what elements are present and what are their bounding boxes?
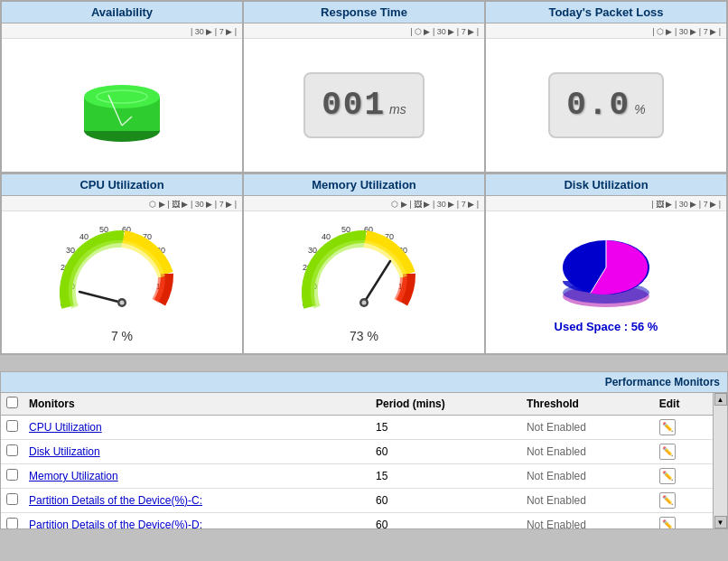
memory-util-subbar[interactable]: ⬡ ▶ | 🖼 ▶ | 30 ▶ | 7 ▶ |: [244, 196, 484, 211]
svg-point-33: [362, 301, 367, 305]
monitor-link-1[interactable]: Disk Utilization: [29, 445, 100, 458]
monitor-link-2[interactable]: Memory Utilization: [29, 470, 118, 482]
response-time-unit: ms: [389, 102, 406, 117]
svg-text:40: 40: [79, 232, 89, 241]
monitor-link-4[interactable]: Partition Details of the Device(%)-D:: [29, 519, 202, 528]
row-checkbox-4[interactable]: [6, 518, 18, 528]
svg-point-19: [120, 301, 125, 305]
period-cell-4: 60: [370, 513, 521, 529]
svg-text:40: 40: [322, 232, 331, 241]
row-checkbox-1[interactable]: [6, 444, 18, 456]
table-row: Partition Details of the Device(%)-C: 60…: [1, 489, 713, 513]
cpu-util-subbar[interactable]: ⬡ ▶ | 🖼 ▶ | 30 ▶ | 7 ▶ |: [2, 196, 242, 211]
memory-gauge-svg: 0 10 20 30 40 50 60 70 80 90 100: [292, 221, 436, 325]
perf-table: Monitors Period (mins) Threshold Edit CP…: [1, 393, 713, 528]
monitor-link-0[interactable]: CPU Utilization: [29, 421, 102, 434]
period-cell-1: 60: [370, 440, 521, 464]
memory-util-header: Memory Utilization: [244, 174, 484, 196]
cpu-gauge-svg: 0 10 20 30 40 50 60 70 80 90 100: [50, 221, 194, 325]
edit-icon-4[interactable]: ✏️: [659, 517, 676, 528]
cpu-util-content: 0 10 20 30 40 50 60 70 80 90 100: [41, 211, 203, 353]
disk-util-header: Disk Utilization: [486, 174, 726, 196]
perf-monitors-header: Performance Monitors: [1, 372, 727, 393]
svg-point-2: [84, 85, 160, 108]
table-row: Memory Utilization 15 Not Enabled ✏️: [1, 464, 713, 489]
row-checkbox-0[interactable]: [6, 420, 18, 432]
edit-icon-3[interactable]: ✏️: [659, 492, 676, 509]
cpu-gauge-wrapper: 0 10 20 30 40 50 60 70 80 90 100: [50, 221, 194, 343]
response-time-header: Response Time: [244, 2, 484, 23]
packet-loss-panel: Today's Packet Loss | ⬡ ▶ | 30 ▶ | 7 ▶ |…: [485, 1, 727, 173]
section-gap: [0, 355, 728, 371]
cpu-gauge-label: 7 %: [111, 329, 133, 343]
packet-loss-subbar[interactable]: | ⬡ ▶ | 30 ▶ | 7 ▶ |: [486, 23, 726, 39]
edit-icon-1[interactable]: ✏️: [659, 444, 676, 460]
table-row: Partition Details of the Device(%)-D: 60…: [1, 513, 713, 529]
response-time-display: 001 ms: [303, 72, 424, 138]
period-cell-2: 15: [370, 464, 521, 489]
response-time-value: 001: [322, 87, 386, 124]
perf-table-container: Monitors Period (mins) Threshold Edit CP…: [1, 393, 727, 528]
select-all-checkbox[interactable]: [6, 397, 18, 408]
col-monitors: Monitors: [23, 393, 370, 416]
packet-loss-value: 0.0: [566, 87, 630, 124]
memory-util-content: 0 10 20 30 40 50 60 70 80 90 100: [283, 211, 445, 353]
svg-line-17: [79, 292, 122, 303]
col-checkbox: [1, 393, 23, 416]
col-threshold: Threshold: [521, 393, 654, 416]
response-time-panel: Response Time | ⬡ ▶ | 30 ▶ | 7 ▶ | 001 m…: [243, 1, 485, 173]
monitor-link-3[interactable]: Partition Details of the Device(%)-C:: [29, 494, 202, 507]
disk-util-subbar[interactable]: | 🖼 ▶ | 30 ▶ | 7 ▶ |: [486, 196, 726, 211]
memory-gauge-wrapper: 0 10 20 30 40 50 60 70 80 90 100: [292, 221, 436, 343]
threshold-cell-4: Not Enabled: [521, 513, 654, 529]
table-row: CPU Utilization 15 Not Enabled ✏️: [1, 416, 713, 440]
row-checkbox-2[interactable]: [6, 469, 18, 481]
disk-utilization-panel: Disk Utilization | 🖼 ▶ | 30 ▶ | 7 ▶ |: [485, 173, 727, 354]
threshold-cell-1: Not Enabled: [521, 440, 654, 464]
period-cell-0: 15: [370, 416, 521, 440]
period-cell-3: 60: [370, 489, 521, 513]
threshold-cell-2: Not Enabled: [521, 464, 654, 489]
col-period: Period (mins): [370, 393, 521, 416]
packet-loss-header: Today's Packet Loss: [486, 2, 726, 23]
disk-util-content: Used Space : 56 %: [543, 211, 669, 353]
disk-pie-container: Used Space : 56 %: [552, 231, 660, 333]
edit-icon-0[interactable]: ✏️: [659, 419, 676, 435]
threshold-cell-3: Not Enabled: [521, 489, 654, 513]
svg-line-31: [364, 261, 390, 303]
memory-utilization-panel: Memory Utilization ⬡ ▶ | 🖼 ▶ | 30 ▶ | 7 …: [243, 173, 485, 354]
cpu-utilization-panel: CPU Utilization ⬡ ▶ | 🖼 ▶ | 30 ▶ | 7 ▶ |…: [1, 173, 243, 354]
table-row: Disk Utilization 60 Not Enabled ✏️: [1, 440, 713, 464]
packet-loss-unit: %: [634, 102, 645, 117]
response-time-subbar[interactable]: | ⬡ ▶ | 30 ▶ | 7 ▶ |: [244, 23, 484, 39]
availability-subbar[interactable]: | 30 ▶ | 7 ▶ |: [2, 23, 242, 39]
disk-pie-svg: [552, 231, 660, 313]
row-checkbox-3[interactable]: [6, 493, 18, 505]
col-edit: Edit: [654, 393, 713, 416]
availability-panel: Availability | 30 ▶ | 7 ▶ |: [1, 1, 243, 173]
availability-header: Availability: [2, 2, 242, 23]
response-time-content: 001 ms: [294, 39, 433, 172]
memory-gauge-label: 73 %: [350, 329, 378, 343]
packet-loss-display: 0.0 %: [548, 72, 663, 138]
scroll-up-btn[interactable]: ▲: [714, 393, 727, 406]
scroll-down-btn[interactable]: ▼: [714, 516, 727, 528]
cpu-util-header: CPU Utilization: [2, 174, 242, 196]
availability-content: [63, 39, 181, 172]
edit-icon-2[interactable]: ✏️: [659, 468, 676, 484]
perf-monitors-section: Performance Monitors Monitors Period (mi…: [0, 371, 728, 529]
perf-table-scroll: Monitors Period (mins) Threshold Edit CP…: [1, 393, 713, 528]
availability-disc: [72, 70, 172, 142]
threshold-cell-0: Not Enabled: [521, 416, 654, 440]
scrollbar[interactable]: ▲ ▼: [713, 393, 727, 528]
disk-used-label: Used Space : 56 %: [555, 320, 658, 333]
packet-loss-content: 0.0 %: [539, 39, 672, 172]
